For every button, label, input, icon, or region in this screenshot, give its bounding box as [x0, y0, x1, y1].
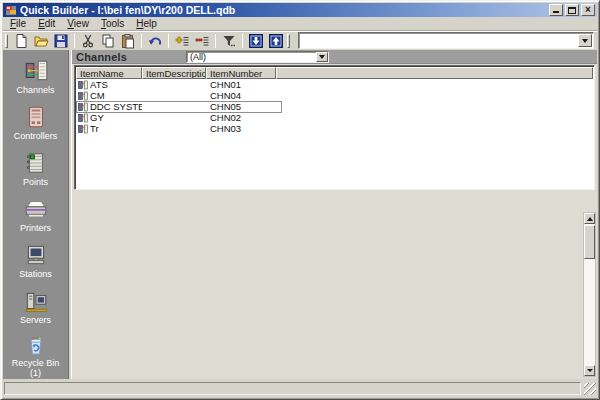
filter-button[interactable] [219, 32, 239, 50]
toolbar-separator [242, 34, 243, 48]
servers-icon [23, 289, 49, 313]
column-header-itemname[interactable]: ItemName [76, 67, 142, 79]
maximize-button[interactable] [565, 4, 579, 16]
status-message [4, 382, 581, 395]
sidebar-item-recycle-bin[interactable]: Recycle Bin (1) [3, 332, 68, 378]
download-icon [248, 33, 264, 49]
filter-select-value: (All) [187, 52, 316, 62]
points-icon [23, 151, 49, 175]
upload-button[interactable] [266, 32, 286, 50]
channels-icon [23, 59, 49, 83]
toolbar-combo[interactable] [298, 32, 594, 49]
quick-builder-window: Quick Builder - I:\bei fen\DY\r200 DELL.… [0, 0, 600, 400]
app-icon [5, 4, 17, 16]
close-icon: × [585, 5, 591, 15]
recycle-bin-icon [23, 335, 49, 356]
scroll-up-button[interactable] [584, 213, 595, 224]
maximize-icon [568, 7, 576, 14]
table-row[interactable]: CM CHN04 [76, 90, 593, 101]
scrollbar-thumb[interactable] [584, 225, 595, 259]
save-button[interactable] [51, 32, 71, 50]
detail-panel [72, 190, 597, 379]
toolbar-separator [141, 34, 142, 48]
column-header-filler [276, 67, 593, 79]
channel-icon [78, 102, 88, 112]
main-pane: Channels (All) ItemName ItemDescription … [72, 50, 597, 379]
undo-icon [147, 33, 163, 49]
table-row[interactable]: ATS CHN01 [76, 79, 593, 90]
table-row-focused[interactable]: DDC SYSTEM CHN05 [76, 101, 593, 112]
filter-icon [221, 33, 237, 49]
minimize-icon [553, 11, 559, 13]
sidebar-item-label: Recycle Bin [12, 358, 60, 368]
sidebar-item-label: Points [23, 177, 48, 187]
sidebar-item-label: Controllers [14, 131, 58, 141]
channels-list: ItemName ItemDescription ItemNumber ATS … [74, 65, 595, 190]
toolbar-combo-value [299, 33, 577, 48]
list-header: ItemName ItemDescription ItemNumber [76, 67, 593, 79]
remove-item-icon [194, 33, 210, 49]
sidebar-item-stations[interactable]: Stations [3, 240, 68, 286]
item-name: DDC SYSTEM [90, 101, 142, 112]
sidebar-item-label: Printers [20, 223, 51, 233]
toolbar-grip[interactable] [287, 34, 290, 48]
add-item-button[interactable] [172, 32, 192, 50]
minimize-button[interactable] [549, 4, 563, 16]
paste-icon [120, 33, 136, 49]
resize-grip-icon[interactable] [584, 383, 596, 395]
toolbar-separator [74, 34, 75, 48]
new-icon [13, 33, 29, 49]
paste-button[interactable] [118, 32, 138, 50]
column-header-itemnumber[interactable]: ItemNumber [206, 67, 276, 79]
vertical-scrollbar[interactable] [583, 212, 596, 377]
menu-file[interactable]: File [4, 18, 32, 30]
sidebar: Channels Controllers [3, 50, 69, 379]
open-button[interactable] [31, 32, 51, 50]
toolbar-separator [215, 34, 216, 48]
chevron-down-icon[interactable] [316, 52, 328, 62]
item-number: CHN01 [206, 79, 276, 90]
sidebar-item-channels[interactable]: Channels [3, 56, 68, 102]
sidebar-item-count: (1) [30, 368, 41, 378]
item-number: CHN02 [206, 112, 276, 123]
sidebar-item-printers[interactable]: Printers [3, 194, 68, 240]
scroll-down-button[interactable] [584, 365, 595, 376]
close-button[interactable]: × [581, 4, 595, 16]
item-number: CHN05 [206, 101, 276, 112]
table-row[interactable]: Tr CHN03 [76, 123, 593, 134]
sidebar-item-label: Servers [20, 315, 51, 325]
menu-help[interactable]: Help [130, 18, 163, 30]
column-header-itemdescription[interactable]: ItemDescription [142, 67, 206, 79]
undo-button[interactable] [145, 32, 165, 50]
copy-button[interactable] [98, 32, 118, 50]
table-row[interactable]: GY CHN02 [76, 112, 593, 123]
menu-view[interactable]: View [61, 18, 95, 30]
channel-icon [78, 113, 88, 123]
sidebar-item-label: Channels [16, 85, 54, 95]
item-number: CHN03 [206, 123, 276, 134]
item-name: ATS [90, 79, 108, 90]
chevron-down-icon[interactable] [578, 34, 592, 47]
open-icon [33, 33, 49, 49]
menu-edit[interactable]: Edit [32, 18, 61, 30]
stations-icon [23, 243, 49, 267]
toolbar-grip[interactable] [5, 34, 8, 48]
cut-button[interactable] [78, 32, 98, 50]
filter-select[interactable]: (All) [186, 51, 329, 63]
channel-icon [78, 124, 88, 134]
menu-tools[interactable]: Tools [95, 18, 130, 30]
title-bar: Quick Builder - I:\bei fen\DY\r200 DELL.… [3, 3, 597, 17]
sidebar-item-label: Stations [19, 269, 52, 279]
new-button[interactable] [11, 32, 31, 50]
sidebar-item-points[interactable]: Points [3, 148, 68, 194]
download-button[interactable] [246, 32, 266, 50]
sidebar-item-controllers[interactable]: Controllers [3, 102, 68, 148]
remove-item-button[interactable] [192, 32, 212, 50]
cut-icon [80, 33, 96, 49]
printers-icon [23, 197, 49, 221]
item-name: Tr [90, 123, 99, 134]
item-name: GY [90, 112, 104, 123]
sidebar-item-servers[interactable]: Servers [3, 286, 68, 332]
item-name: CM [90, 90, 105, 101]
menu-bar: File Edit View Tools Help [3, 17, 597, 30]
